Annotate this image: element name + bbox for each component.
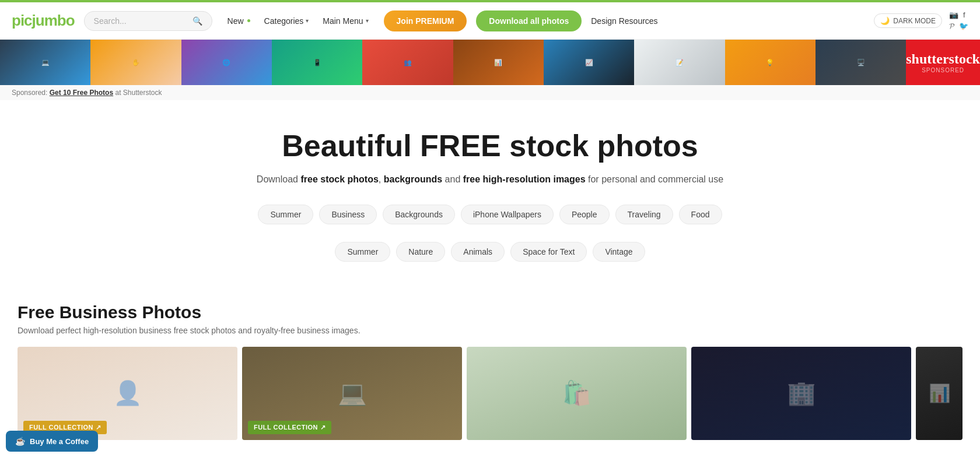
sponsored-img-2[interactable]: ✋	[90, 40, 181, 85]
photo-card-3[interactable]: 🛍️	[467, 347, 687, 440]
tag-iphone-wallpapers[interactable]: iPhone Wallpapers	[461, 205, 554, 224]
hero-section: Beautiful FREE stock photos Download fre…	[0, 100, 980, 279]
design-resources-link[interactable]: Design Resources	[591, 16, 657, 26]
sponsored-img-7[interactable]: 📈	[544, 40, 634, 85]
search-input[interactable]	[94, 16, 188, 26]
sponsored-img-4[interactable]: 📱	[272, 40, 362, 85]
main-menu-arrow: ▾	[366, 17, 369, 24]
sponsored-img-9[interactable]: 💡	[725, 40, 816, 85]
sponsored-img-8[interactable]: 📝	[634, 40, 724, 85]
sponsored-strip: 💻 ✋ 🌐 📱 👥 📊	[0, 40, 980, 100]
tag-space-for-text[interactable]: Space for Text	[510, 242, 587, 262]
social-row-bottom: 𝓟 🐦	[949, 22, 968, 31]
tag-people[interactable]: People	[559, 205, 610, 224]
tag-traveling[interactable]: Traveling	[615, 205, 673, 224]
buy-coffee-label: Buy Me a Coffee	[30, 437, 89, 446]
buy-coffee-button[interactable]: ☕ Buy Me a Coffee	[6, 431, 98, 452]
photo-card-1[interactable]: 👤 FULL COLLECTION ↗	[18, 347, 237, 440]
photo-card-5[interactable]: 📊	[916, 347, 963, 440]
new-dot-indicator	[247, 19, 250, 22]
facebook-icon[interactable]: f	[963, 10, 965, 19]
photo-grid: 👤 FULL COLLECTION ↗ 💻 FULL COLLECTION ↗ …	[18, 347, 963, 440]
shutterstock-ad[interactable]: shutterstock SPONSORED	[906, 40, 980, 85]
sponsored-img-3[interactable]: 🌐	[181, 40, 272, 85]
site-logo[interactable]: picjumbo	[12, 12, 75, 30]
section-description: Download perfect high-resolution busines…	[18, 326, 963, 335]
social-icons: 📷 f 𝓟 🐦	[949, 10, 968, 31]
coffee-icon: ☕	[15, 437, 25, 446]
tag-food[interactable]: Food	[679, 205, 722, 224]
photo-bg-3: 🛍️	[467, 347, 687, 440]
sponsored-images: 💻 ✋ 🌐 📱 👥 📊	[0, 40, 980, 85]
photo-card-2[interactable]: 💻 FULL COLLECTION ↗	[242, 347, 462, 440]
pinterest-icon[interactable]: 𝓟	[949, 22, 954, 31]
nav-main-menu[interactable]: Main Menu ▾	[317, 13, 374, 29]
social-row-top: 📷 f	[949, 10, 968, 19]
photo-card-4[interactable]: 🏢	[691, 347, 911, 440]
hero-title: Beautiful FREE stock photos	[12, 129, 968, 163]
shutterstock-link[interactable]: Get 10 Free Photos	[50, 89, 113, 97]
header-right: 🌙 DARK MODE 📷 f 𝓟 🐦	[874, 10, 968, 31]
instagram-icon[interactable]: 📷	[949, 10, 958, 19]
sponsored-img-5[interactable]: 👥	[362, 40, 453, 85]
sponsored-img-1[interactable]: 💻	[0, 40, 90, 85]
categories-arrow: ▾	[306, 17, 309, 24]
twitter-icon[interactable]: 🐦	[959, 22, 968, 31]
photo-bg-4: 🏢	[691, 347, 911, 440]
tag-business[interactable]: Business	[319, 205, 377, 224]
section-title: Free Business Photos	[18, 302, 963, 322]
download-all-button[interactable]: Download all photos	[476, 10, 582, 31]
moon-icon: 🌙	[880, 16, 890, 25]
hero-subtitle: Download free stock photos, backgrounds …	[12, 172, 968, 187]
sponsored-label: Sponsored: Get 10 Free Photos at Shutter…	[0, 85, 980, 100]
main-nav: New Categories ▾ Main Menu ▾	[222, 13, 374, 29]
main-header: picjumbo 🔍 New Categories ▾ Main Menu ▾ …	[0, 2, 980, 40]
tag-backgrounds[interactable]: Backgrounds	[383, 205, 455, 224]
nav-categories[interactable]: Categories ▾	[258, 13, 315, 29]
search-bar: 🔍	[84, 11, 212, 31]
photo-bg-5: 📊	[916, 347, 963, 440]
category-tags-row2: Summer Nature Animals Space for Text Vin…	[12, 242, 968, 262]
tag-summer[interactable]: Summer	[258, 205, 313, 224]
category-tags-row1: Summer Business Backgrounds iPhone Wallp…	[12, 205, 968, 224]
dark-mode-toggle[interactable]: 🌙 DARK MODE	[874, 13, 942, 28]
full-collection-badge-2[interactable]: FULL COLLECTION ↗	[248, 421, 331, 434]
tag-vintage[interactable]: Vintage	[593, 242, 645, 262]
tag-animals[interactable]: Animals	[451, 242, 505, 262]
search-icon: 🔍	[192, 16, 202, 26]
nav-new[interactable]: New	[222, 13, 256, 29]
sponsored-img-10[interactable]: 🖥️	[816, 40, 906, 85]
tag-nature[interactable]: Nature	[396, 242, 445, 262]
join-premium-button[interactable]: Join PREMIUM	[384, 10, 467, 31]
business-section: Free Business Photos Download perfect hi…	[0, 279, 980, 452]
tag-summer-2[interactable]: Summer	[335, 242, 390, 262]
sponsored-img-6[interactable]: 📊	[453, 40, 544, 85]
